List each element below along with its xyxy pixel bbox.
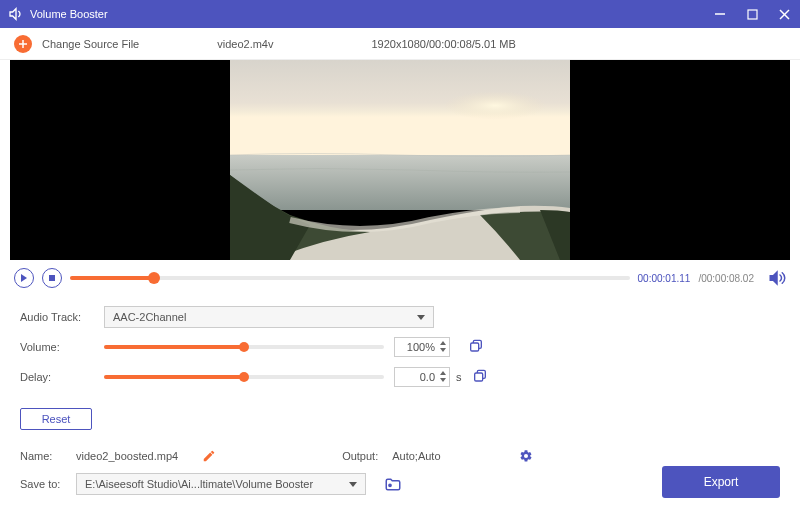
- close-button[interactable]: [776, 6, 792, 22]
- delay-slider[interactable]: [104, 375, 384, 379]
- export-button[interactable]: Export: [662, 466, 780, 498]
- volume-reset-icon[interactable]: [468, 339, 484, 355]
- video-frame: [230, 60, 570, 260]
- delay-field[interactable]: 0.0: [394, 367, 450, 387]
- source-meta: 1920x1080/00:00:08/5.01 MB: [372, 38, 516, 50]
- output-label: Output:: [342, 450, 378, 462]
- output-panel: Name: video2_boosted.mp4 Output: Auto;Au…: [0, 438, 800, 508]
- volume-slider[interactable]: [104, 345, 384, 349]
- volume-icon[interactable]: [768, 269, 786, 287]
- minimize-button[interactable]: [712, 6, 728, 22]
- saveto-value: E:\Aiseesoft Studio\Ai...ltimate\Volume …: [85, 478, 313, 490]
- volume-label: Volume:: [20, 341, 104, 353]
- output-settings-icon[interactable]: [519, 449, 533, 463]
- edit-name-icon[interactable]: [202, 449, 216, 463]
- volume-value: 100%: [407, 341, 435, 353]
- chevron-down-icon: [417, 315, 425, 320]
- window-controls: [712, 6, 792, 22]
- volume-down[interactable]: [439, 347, 447, 353]
- playback-controls: 00:00:01.11/00:00:08.02: [0, 260, 800, 296]
- delay-unit: s: [456, 371, 462, 383]
- stop-button[interactable]: [42, 268, 62, 288]
- svg-rect-10: [471, 343, 479, 351]
- output-name: video2_boosted.mp4: [76, 450, 178, 462]
- name-label: Name:: [20, 450, 68, 462]
- audio-track-select[interactable]: AAC-2Channel: [104, 306, 434, 328]
- svg-rect-9: [49, 275, 55, 281]
- reset-button[interactable]: Reset: [20, 408, 92, 430]
- svg-rect-7: [230, 60, 570, 155]
- saveto-select[interactable]: E:\Aiseesoft Studio\Ai...ltimate\Volume …: [76, 473, 366, 495]
- app-title: Volume Booster: [30, 8, 712, 20]
- maximize-button[interactable]: [744, 6, 760, 22]
- svg-point-12: [389, 484, 391, 486]
- delay-reset-icon[interactable]: [472, 369, 488, 385]
- change-source-button[interactable]: [14, 35, 32, 53]
- svg-rect-8: [230, 155, 570, 210]
- titlebar: Volume Booster: [0, 0, 800, 28]
- saveto-label: Save to:: [20, 478, 68, 490]
- source-filename: video2.m4v: [217, 38, 273, 50]
- app-icon: [8, 6, 24, 22]
- svg-rect-11: [474, 373, 482, 381]
- audio-track-label: Audio Track:: [20, 311, 104, 323]
- toolbar: Change Source File video2.m4v 1920x1080/…: [0, 28, 800, 60]
- delay-up[interactable]: [439, 370, 447, 376]
- output-value: Auto;Auto: [392, 450, 440, 462]
- time-total: /00:00:08.02: [698, 273, 754, 284]
- settings-panel: Audio Track: AAC-2Channel Volume: 100% D…: [0, 296, 800, 398]
- chevron-down-icon: [349, 482, 357, 487]
- video-preview[interactable]: [10, 60, 790, 260]
- audio-track-value: AAC-2Channel: [113, 311, 186, 323]
- delay-down[interactable]: [439, 377, 447, 383]
- play-button[interactable]: [14, 268, 34, 288]
- delay-label: Delay:: [20, 371, 104, 383]
- volume-field[interactable]: 100%: [394, 337, 450, 357]
- delay-value: 0.0: [420, 371, 435, 383]
- volume-up[interactable]: [439, 340, 447, 346]
- svg-rect-1: [748, 10, 757, 19]
- progress-slider[interactable]: [70, 276, 630, 280]
- time-current: 00:00:01.11: [638, 273, 691, 284]
- change-source-label: Change Source File: [42, 38, 139, 50]
- open-folder-icon[interactable]: [384, 477, 402, 491]
